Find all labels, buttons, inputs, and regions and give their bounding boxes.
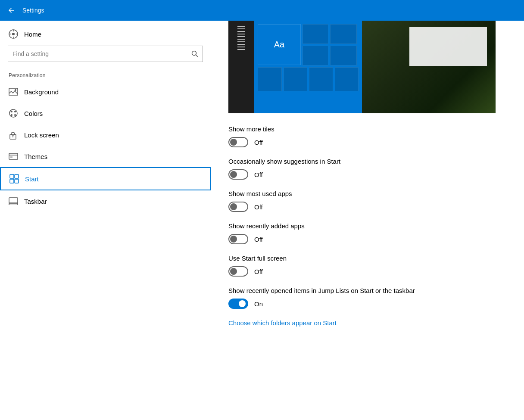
toggle-knob-show-suggestions [230,171,237,178]
lockscreen-label: Lock screen [24,131,59,139]
search-box[interactable] [8,46,203,62]
setting-row-show-suggestions: Occasionally show suggestions in StartOf… [228,158,507,180]
taskbar-icon [9,196,18,206]
toggle-show-recently-added[interactable] [228,234,248,244]
start-icon [9,174,19,184]
svg-line-7 [196,55,198,57]
sidebar-item-home[interactable]: Home [0,21,211,46]
toggle-knob-jump-lists [239,300,246,307]
setting-label-show-recently-added: Show recently added apps [228,222,507,230]
sidebar-item-themes[interactable]: Themes [0,146,211,167]
main-layout: Home Personalization Backg [0,21,524,420]
toggle-show-suggestions[interactable] [228,169,248,180]
toggle-value-full-screen: Off [254,268,263,275]
svg-point-14 [14,114,16,116]
setting-label-show-more-tiles: Show more tiles [228,125,507,133]
background-icon [9,87,18,96]
sidebar: Home Personalization Backg [0,21,211,420]
svg-point-6 [192,51,196,56]
setting-row-full-screen: Use Start full screenOff [228,255,507,277]
toggle-knob-show-recently-added [230,236,237,243]
toggle-knob-show-most-used [230,203,237,210]
toggle-jump-lists[interactable] [228,299,248,309]
toggle-value-show-most-used: Off [254,203,263,211]
sidebar-item-lockscreen[interactable]: Lock screen [0,124,211,146]
sidebar-item-colors[interactable]: Colors [0,103,211,124]
section-label: Personalization [0,69,211,81]
setting-row-jump-lists: Show recently opened items in Jump Lists… [228,287,507,309]
window-title: Settings [22,7,44,14]
preview-aa-tile: Aa [258,24,301,65]
setting-row-show-more-tiles: Show more tilesOff [228,125,507,147]
toggle-value-show-recently-added: Off [254,236,263,243]
svg-rect-20 [10,156,12,158]
settings-rows: Show more tilesOffOccasionally show sugg… [228,125,507,309]
start-preview: Aa [228,21,496,113]
toggle-show-most-used[interactable] [228,202,248,212]
svg-rect-22 [15,174,19,178]
toggle-value-show-more-tiles: Off [254,139,263,146]
themes-icon [9,152,18,161]
search-input[interactable] [12,50,191,57]
svg-point-12 [14,111,16,112]
svg-point-13 [11,114,12,116]
toggle-show-more-tiles[interactable] [228,137,248,147]
svg-rect-24 [15,179,19,183]
toggle-knob-full-screen [230,268,237,275]
search-icon [191,50,198,57]
svg-point-11 [11,111,12,112]
content-area: Aa [211,21,524,420]
lockscreen-icon [9,130,18,140]
svg-rect-23 [10,179,14,183]
back-button[interactable] [5,4,17,16]
svg-rect-16 [11,132,15,135]
home-label: Home [24,31,41,38]
sidebar-item-start[interactable]: Start [0,167,211,190]
setting-label-jump-lists: Show recently opened items in Jump Lists… [228,287,507,294]
background-label: Background [24,88,59,96]
toggle-value-jump-lists: On [254,300,263,308]
svg-point-1 [12,33,15,35]
sidebar-item-background[interactable]: Background [0,81,211,103]
start-label: Start [25,175,39,183]
setting-row-show-most-used: Show most used appsOff [228,190,507,212]
setting-row-show-recently-added: Show recently added appsOff [228,222,507,244]
svg-point-9 [15,89,16,91]
colors-icon [9,109,18,118]
toggle-value-show-suggestions: Off [254,171,263,178]
title-bar: Settings [0,0,524,21]
setting-label-full-screen: Use Start full screen [228,255,507,262]
svg-rect-26 [9,203,18,205]
colors-label: Colors [24,110,43,117]
themes-label: Themes [24,153,47,160]
sidebar-item-taskbar[interactable]: Taskbar [0,190,211,212]
svg-rect-21 [10,174,14,178]
svg-rect-25 [9,198,18,203]
choose-folders-link[interactable]: Choose which folders appear on Start [228,319,337,327]
setting-label-show-suggestions: Occasionally show suggestions in Start [228,158,507,165]
toggle-full-screen[interactable] [228,266,248,277]
home-icon [9,29,18,39]
taskbar-label: Taskbar [24,198,47,205]
toggle-knob-show-more-tiles [230,139,237,146]
setting-label-show-most-used: Show most used apps [228,190,507,197]
